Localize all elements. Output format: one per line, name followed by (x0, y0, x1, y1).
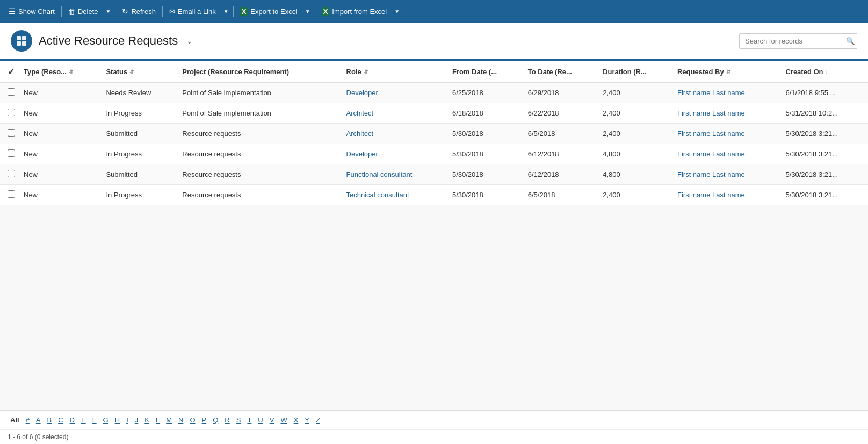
email-link-button[interactable]: ✉ Email a Link (165, 5, 220, 18)
row-checkbox[interactable] (8, 190, 15, 198)
row-checkbox[interactable] (8, 129, 15, 137)
col-requested-by-label: Requested By (677, 68, 724, 76)
toolbar: ☰ Show Chart 🗑 Delete ▼ ↻ Refresh ✉ Emai… (0, 0, 868, 23)
row-checkbox-cell (0, 144, 19, 164)
cell-to_date: 6/29/2018 (524, 83, 598, 103)
import-excel-button[interactable]: X Import from Excel (317, 4, 392, 19)
delete-label: Delete (78, 8, 98, 16)
col-type: Type (Reso... ⇵ (19, 61, 102, 83)
table-row[interactable]: NewSubmittedResource requestsArchitect5/… (0, 124, 868, 144)
row-checkbox-cell (0, 164, 19, 185)
link-role[interactable]: Functional consultant (346, 170, 413, 178)
delete-chevron[interactable]: ▼ (104, 6, 113, 17)
cell-role[interactable]: Functional consultant (342, 164, 448, 185)
link-role[interactable]: Technical consultant (346, 191, 409, 199)
cell-type: New (19, 83, 102, 103)
link-requested_by[interactable]: First name Last name (677, 191, 745, 199)
export-chevron[interactable]: ▼ (303, 6, 313, 17)
cell-role[interactable]: Technical consultant (342, 185, 448, 205)
cell-requested_by[interactable]: First name Last name (673, 83, 781, 103)
header-left: Active Resource Requests ⌄ (11, 30, 193, 52)
cell-project: Point of Sale implementation (178, 83, 342, 103)
col-project-label: Project (Resource Requirement) (182, 68, 289, 76)
cell-role[interactable]: Developer (342, 144, 448, 164)
cell-duration: 2,400 (598, 185, 673, 205)
col-requested-by: Requested By ⇵ (673, 61, 781, 83)
cell-from_date: 6/25/2018 (448, 83, 524, 103)
cell-duration: 2,400 (598, 124, 673, 144)
table-row[interactable]: NewIn ProgressResource requestsTechnical… (0, 185, 868, 205)
export-excel-button[interactable]: X Export to Excel (236, 4, 302, 19)
link-requested_by[interactable]: First name Last name (677, 130, 745, 138)
link-requested_by[interactable]: First name Last name (677, 109, 745, 117)
cell-requested_by[interactable]: First name Last name (673, 103, 781, 124)
col-type-sort-icon[interactable]: ⇵ (69, 69, 73, 75)
refresh-button[interactable]: ↻ Refresh (118, 4, 160, 18)
page-title: Active Resource Requests (39, 34, 178, 48)
col-created-on-label: Created On (785, 68, 823, 76)
table-row[interactable]: NewIn ProgressPoint of Sale implementati… (0, 103, 868, 124)
cell-status: Needs Review (102, 83, 178, 103)
cell-type: New (19, 144, 102, 164)
data-table-area: ✓ Type (Reso... ⇵ Status ⇵ Proj (0, 61, 868, 205)
import-chevron[interactable]: ▼ (392, 6, 402, 17)
cell-role[interactable]: Developer (342, 83, 448, 103)
col-created-on-sort-icon[interactable]: ↓ (826, 69, 828, 75)
table-row[interactable]: NewNeeds ReviewPoint of Sale implementat… (0, 83, 868, 103)
cell-to_date: 6/22/2018 (524, 103, 598, 124)
separator-4 (233, 6, 234, 17)
row-checkbox[interactable] (8, 170, 15, 177)
cell-duration: 4,800 (598, 144, 673, 164)
row-checkbox[interactable] (8, 149, 15, 157)
cell-status: In Progress (102, 103, 178, 124)
link-role[interactable]: Developer (346, 89, 378, 97)
show-chart-button[interactable]: ☰ Show Chart (4, 4, 59, 18)
cell-duration: 2,400 (598, 103, 673, 124)
col-status: Status ⇵ (102, 61, 178, 83)
cell-requested_by[interactable]: First name Last name (673, 144, 781, 164)
search-input[interactable] (740, 34, 841, 48)
cell-requested_by[interactable]: First name Last name (673, 124, 781, 144)
table-row[interactable]: NewIn ProgressResource requestsDeveloper… (0, 144, 868, 164)
cell-project: Point of Sale implementation (178, 103, 342, 124)
email-chevron[interactable]: ▼ (221, 6, 231, 17)
col-requested-by-sort-icon[interactable]: ⇵ (726, 69, 730, 75)
email-link-label: Email a Link (178, 8, 216, 16)
link-requested_by[interactable]: First name Last name (677, 170, 745, 178)
link-role[interactable]: Developer (346, 150, 378, 158)
cell-type: New (19, 185, 102, 205)
col-type-label: Type (Reso... (24, 68, 67, 76)
refresh-label: Refresh (131, 8, 156, 16)
link-role[interactable]: Architect (346, 109, 374, 117)
cell-requested_by[interactable]: First name Last name (673, 185, 781, 205)
col-role-sort-icon[interactable]: ⇵ (364, 69, 368, 75)
page-header: Active Resource Requests ⌄ 🔍 (0, 23, 868, 61)
link-role[interactable]: Architect (346, 130, 374, 138)
cell-created_on: 6/1/2018 9:55 ... (781, 83, 868, 103)
cell-type: New (19, 124, 102, 144)
row-checkbox-cell (0, 83, 19, 103)
cell-type: New (19, 164, 102, 185)
col-from-date: From Date (... (448, 61, 524, 83)
cell-status: In Progress (102, 144, 178, 164)
cell-from_date: 5/30/2018 (448, 185, 524, 205)
col-duration-label: Duration (R... (603, 68, 647, 76)
row-checkbox[interactable] (8, 88, 15, 96)
delete-button[interactable]: 🗑 Delete (64, 5, 103, 18)
cell-role[interactable]: Architect (342, 103, 448, 124)
col-from-date-label: From Date (... (452, 68, 497, 76)
separator-3 (162, 6, 163, 17)
link-requested_by[interactable]: First name Last name (677, 89, 745, 97)
search-icon-button[interactable]: 🔍 (841, 34, 860, 48)
link-requested_by[interactable]: First name Last name (677, 150, 745, 158)
cell-role[interactable]: Architect (342, 124, 448, 144)
row-checkbox[interactable] (8, 109, 15, 116)
col-status-sort-icon[interactable]: ⇵ (129, 69, 134, 75)
table-row[interactable]: NewSubmittedResource requestsFunctional … (0, 164, 868, 185)
page-title-chevron-icon[interactable]: ⌄ (186, 37, 193, 45)
cell-project: Resource requests (178, 144, 342, 164)
separator-5 (315, 6, 315, 17)
cell-requested_by[interactable]: First name Last name (673, 164, 781, 185)
select-all-checkmark[interactable]: ✓ (8, 67, 15, 76)
resource-requests-table: ✓ Type (Reso... ⇵ Status ⇵ Proj (0, 61, 868, 205)
